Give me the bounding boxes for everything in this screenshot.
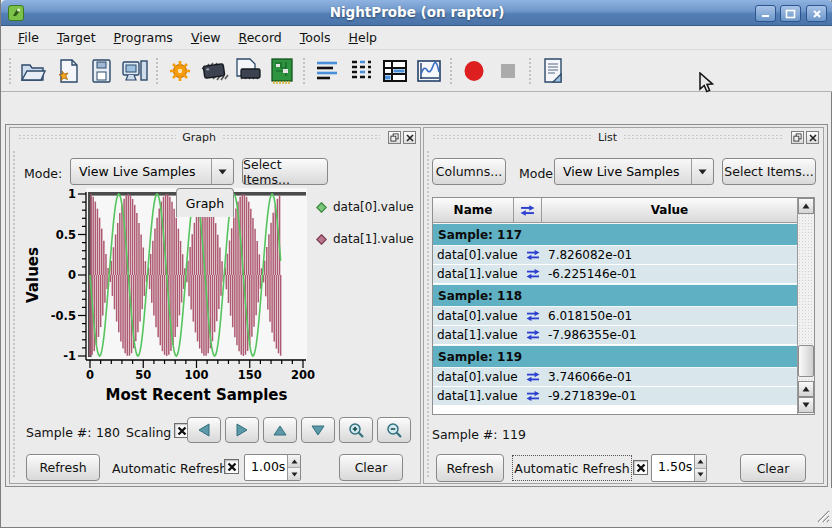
resize-grip[interactable] xyxy=(815,508,830,523)
list-interval-spinbox[interactable]: 1.50s xyxy=(651,454,707,482)
table-row[interactable]: data[0].value 7.826082e-01 xyxy=(433,246,797,265)
toolbar-handle[interactable] xyxy=(155,57,160,85)
scroll-thumb[interactable] xyxy=(798,345,814,377)
spin-down-button[interactable] xyxy=(288,468,300,480)
dock-resize-handle[interactable] xyxy=(426,150,431,477)
program-device-button[interactable] xyxy=(231,54,265,88)
report-doc-icon xyxy=(541,57,565,85)
pan-up-button[interactable] xyxy=(263,417,297,443)
board-button[interactable] xyxy=(265,54,299,88)
list-refresh-button[interactable]: Refresh xyxy=(436,454,504,482)
graph-interval-spinbox[interactable]: 1.00s xyxy=(244,454,301,481)
list-columns-icon xyxy=(348,59,374,83)
dock-handle[interactable] xyxy=(222,134,380,141)
menu-programs[interactable]: Programs xyxy=(105,27,182,48)
dock-handle[interactable] xyxy=(623,134,783,141)
open-button[interactable] xyxy=(16,54,50,88)
row-name: data[1].value xyxy=(433,389,518,403)
scroll-down-button[interactable] xyxy=(798,397,814,413)
stop-button[interactable] xyxy=(491,54,525,88)
columns-button[interactable]: Columns... xyxy=(432,158,506,185)
spin-up-button[interactable] xyxy=(288,455,300,468)
scroll-up-button-2[interactable] xyxy=(798,381,814,397)
sample-group-row[interactable]: Sample: 118 xyxy=(433,284,797,307)
table-row[interactable]: data[1].value -6.225146e-01 xyxy=(433,265,797,284)
record-button[interactable] xyxy=(457,54,491,88)
close-panel-button[interactable] xyxy=(806,131,819,144)
graph-auto-refresh-label: Automatic Refresh xyxy=(112,461,227,476)
column-header-name[interactable]: Name xyxy=(433,198,514,223)
dock-handle[interactable] xyxy=(18,134,176,141)
svg-text:100: 100 xyxy=(184,368,208,382)
menu-help[interactable]: Help xyxy=(340,27,387,48)
close-button[interactable] xyxy=(806,5,827,22)
graph-mode-combo[interactable]: View Live Samples xyxy=(70,158,234,185)
arrow-left-icon xyxy=(198,423,210,437)
menu-target[interactable]: Target xyxy=(48,27,105,48)
pan-right-button[interactable] xyxy=(225,417,259,443)
sample-group-row[interactable]: Sample: 117 xyxy=(433,223,797,246)
table-row[interactable]: data[0].value 6.018150e-01 xyxy=(433,307,797,326)
toolbar-handle[interactable] xyxy=(302,57,307,85)
graph-clear-button[interactable]: Clear xyxy=(339,454,403,481)
list-mode-combo[interactable]: View Live Samples xyxy=(554,158,714,185)
view-table-button[interactable] xyxy=(378,54,412,88)
list-auto-refresh-checkbox[interactable] xyxy=(633,460,648,475)
close-icon xyxy=(406,134,414,142)
list-select-items-button[interactable]: Select Items... xyxy=(722,158,816,185)
menu-tools[interactable]: Tools xyxy=(291,27,340,48)
target-system-button[interactable] xyxy=(118,54,152,88)
spin-down-button[interactable] xyxy=(695,469,706,482)
graph-select-items-button[interactable]: Select Items... xyxy=(242,158,328,185)
menu-view[interactable]: View xyxy=(182,27,230,48)
close-icon xyxy=(809,134,817,142)
graph-refresh-button[interactable]: Refresh xyxy=(26,454,100,481)
list-interval-value[interactable]: 1.50s xyxy=(652,455,694,481)
table-rows: Name Value Sample: 117 data[0].value 7.8… xyxy=(433,198,797,414)
scroll-up-button[interactable] xyxy=(798,198,814,214)
report-button[interactable] xyxy=(536,54,570,88)
table-row[interactable]: data[1].value -7.986355e-01 xyxy=(433,326,797,345)
dock-resize-handle[interactable] xyxy=(12,150,17,477)
pan-down-button[interactable] xyxy=(301,417,335,443)
float-panel-button[interactable] xyxy=(388,131,401,144)
table-scrollbar[interactable] xyxy=(797,198,814,414)
dock-handle[interactable] xyxy=(432,134,592,141)
list-auto-refresh-label[interactable]: Automatic Refresh xyxy=(512,455,632,481)
row-name: data[0].value xyxy=(433,309,518,323)
float-panel-button[interactable] xyxy=(791,131,804,144)
zoom-in-button[interactable] xyxy=(339,417,373,443)
probe-device-button[interactable] xyxy=(197,54,231,88)
toolbar-handle[interactable] xyxy=(8,57,13,85)
record-icon xyxy=(462,59,486,83)
toolbar-handle[interactable] xyxy=(449,57,454,85)
column-header-value[interactable]: Value xyxy=(542,198,797,223)
list-panel-titlebar[interactable]: List xyxy=(426,130,821,145)
view-text-button[interactable] xyxy=(310,54,344,88)
table-row[interactable]: data[0].value 3.746066e-01 xyxy=(433,368,797,387)
menu-file[interactable]: File xyxy=(9,27,48,48)
pan-left-button[interactable] xyxy=(187,417,221,443)
sample-group-row[interactable]: Sample: 119 xyxy=(433,345,797,368)
chip-icon xyxy=(199,58,229,84)
spin-up-button[interactable] xyxy=(695,455,706,469)
maximize-button[interactable] xyxy=(780,5,801,22)
graph-panel-titlebar[interactable]: Graph xyxy=(12,130,418,145)
list-clear-button[interactable]: Clear xyxy=(740,454,806,482)
series0-marker-icon xyxy=(316,202,327,213)
graph-interval-value[interactable]: 1.00s xyxy=(245,455,287,480)
view-graph-button[interactable] xyxy=(412,54,446,88)
settings-button[interactable] xyxy=(163,54,197,88)
view-list-button[interactable] xyxy=(344,54,378,88)
save-button[interactable] xyxy=(84,54,118,88)
close-panel-button[interactable] xyxy=(403,131,416,144)
zoom-out-button[interactable] xyxy=(377,417,411,443)
menu-record[interactable]: Record xyxy=(230,27,291,48)
new-session-button[interactable] xyxy=(50,54,84,88)
tab-graph[interactable]: Graph xyxy=(176,188,234,217)
column-header-swap[interactable] xyxy=(514,198,542,223)
minimize-button[interactable] xyxy=(755,5,776,22)
table-row[interactable]: data[1].value -9.271839e-01 xyxy=(433,387,797,406)
graph-auto-refresh-checkbox[interactable] xyxy=(224,459,239,474)
toolbar-handle[interactable] xyxy=(528,57,533,85)
